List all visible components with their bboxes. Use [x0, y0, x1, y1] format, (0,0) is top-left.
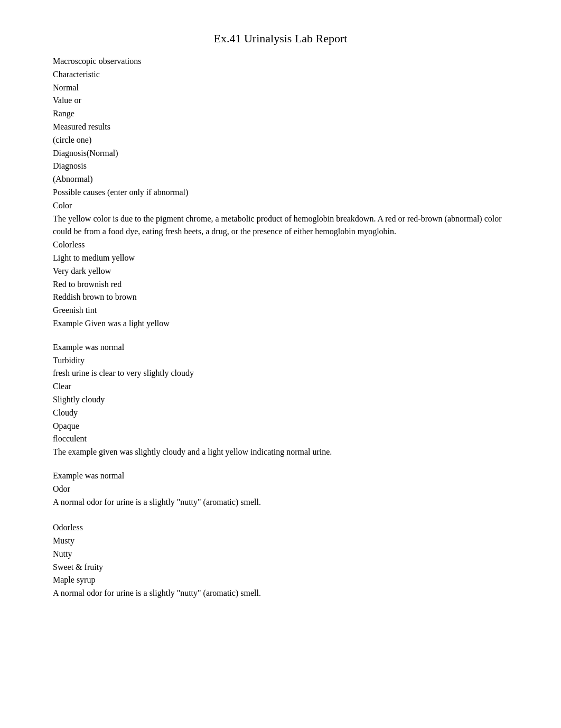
- cloudy-line: Cloudy: [53, 407, 508, 420]
- odor-label-line: Odor: [53, 483, 508, 496]
- very-dark-yellow-line: Very dark yellow: [53, 265, 508, 278]
- turbidity-desc-line: fresh urine is clear to very slightly cl…: [53, 367, 508, 380]
- reddish-brown-line: Reddish brown to brown: [53, 291, 508, 304]
- flocculent-line: flocculent: [53, 432, 508, 446]
- diagnosis-line: Diagnosis: [53, 160, 508, 173]
- example-normal-1-line: Example was normal: [53, 341, 508, 354]
- content-area: Macroscopic observations Characteristic …: [53, 55, 508, 600]
- clear-line: Clear: [53, 380, 508, 393]
- slightly-cloudy-line: Slightly cloudy: [53, 393, 508, 407]
- example-normal-2-line: Example was normal: [53, 469, 508, 483]
- light-medium-yellow-line: Light to medium yellow: [53, 252, 508, 265]
- opaque-line: Opaque: [53, 420, 508, 433]
- color-label-line: Color: [53, 199, 508, 213]
- odorless-line: Odorless: [53, 521, 508, 535]
- example-color-line: Example Given was a light yellow: [53, 317, 508, 330]
- abnormal-line: (Abnormal): [53, 173, 508, 186]
- musty-line: Musty: [53, 535, 508, 548]
- turbidity-label-line: Turbidity: [53, 354, 508, 367]
- colorless-line: Colorless: [53, 238, 508, 252]
- measured-results-line: Measured results: [53, 121, 508, 134]
- page-title: Ex.41 Urinalysis Lab Report: [53, 32, 508, 45]
- red-brownish-red-line: Red to brownish red: [53, 278, 508, 291]
- turbidity-example-line: The example given was slightly cloudy an…: [53, 446, 508, 459]
- odor-desc-line: A normal odor for urine is a slightly "n…: [53, 496, 508, 509]
- greenish-tint-line: Greenish tint: [53, 304, 508, 317]
- range-line: Range: [53, 107, 508, 121]
- circle-one-line: (circle one): [53, 134, 508, 147]
- maple-syrup-line: Maple syrup: [53, 574, 508, 587]
- sweet-fruity-line: Sweet & fruity: [53, 561, 508, 574]
- possible-causes-line: Possible causes (enter only if abnormal): [53, 186, 508, 199]
- diagnosis-normal-line: Diagnosis(Normal): [53, 147, 508, 160]
- characteristic-line: Characteristic: [53, 68, 508, 81]
- odor-example-line: A normal odor for urine is a slightly "n…: [53, 587, 508, 600]
- color-desc-line: The yellow color is due to the pigment c…: [53, 213, 507, 239]
- nutty-line: Nutty: [53, 548, 508, 561]
- value-or-line: Value or: [53, 94, 508, 107]
- normal-line: Normal: [53, 81, 508, 95]
- macroscopic-line: Macroscopic observations: [53, 55, 508, 68]
